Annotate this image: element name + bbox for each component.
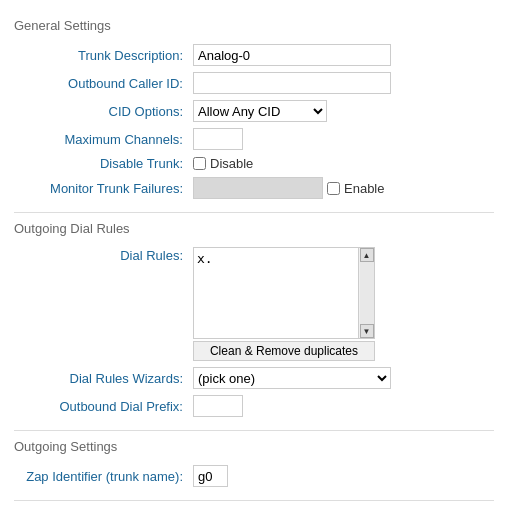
monitor-trunk-checkbox-label: Enable — [344, 181, 384, 196]
section-divider-2 — [14, 430, 494, 431]
disable-trunk-row: Disable Trunk: Disable — [14, 153, 494, 174]
outgoing-dial-rules-table: Dial Rules: x. ▲ ▼ Clean & Remove duplic… — [14, 244, 494, 420]
dial-textarea-container: x. ▲ ▼ — [193, 247, 375, 339]
section-divider-1 — [14, 212, 494, 213]
monitor-trunk-checkbox-row: Enable — [193, 177, 490, 199]
monitor-trunk-checkbox[interactable] — [327, 182, 340, 195]
maximum-channels-input[interactable] — [193, 128, 243, 150]
cid-options-select[interactable]: Allow Any CID Block Foreign CIDs Force T… — [193, 100, 327, 122]
clean-remove-duplicates-button[interactable]: Clean & Remove duplicates — [193, 341, 375, 361]
zap-identifier-input[interactable] — [193, 465, 228, 487]
scroll-track — [360, 262, 374, 324]
dial-rules-textarea[interactable]: x. — [194, 248, 358, 338]
scroll-down-arrow[interactable]: ▼ — [360, 324, 374, 338]
cid-options-label: CID Options: — [109, 104, 183, 119]
maximum-channels-label: Maximum Channels: — [65, 132, 184, 147]
monitor-trunk-input-field — [193, 177, 323, 199]
page-container: General Settings Trunk Description: Outb… — [14, 18, 494, 514]
disable-trunk-checkbox-row: Disable — [193, 156, 490, 171]
outgoing-settings-section: Outgoing Settings Zap Identifier (trunk … — [14, 439, 494, 490]
section-divider-3 — [14, 500, 494, 501]
monitor-trunk-label: Monitor Trunk Failures: — [50, 181, 183, 196]
dial-rules-label: Dial Rules: — [120, 248, 183, 263]
outbound-caller-id-label: Outbound Caller ID: — [68, 76, 183, 91]
zap-identifier-label: Zap Identifier (trunk name): — [26, 469, 183, 484]
maximum-channels-row: Maximum Channels: — [14, 125, 494, 153]
dial-rules-row: Dial Rules: x. ▲ ▼ Clean & Remove duplic… — [14, 244, 494, 364]
zap-identifier-row: Zap Identifier (trunk name): — [14, 462, 494, 490]
dial-rules-wizards-select[interactable]: (pick one) — [193, 367, 391, 389]
general-settings-title: General Settings — [14, 18, 494, 33]
outgoing-settings-table: Zap Identifier (trunk name): — [14, 462, 494, 490]
disable-trunk-checkbox-label: Disable — [210, 156, 253, 171]
outgoing-dial-rules-section: Outgoing Dial Rules Dial Rules: x. ▲ ▼ — [14, 221, 494, 420]
disable-trunk-label: Disable Trunk: — [100, 156, 183, 171]
outgoing-settings-title: Outgoing Settings — [14, 439, 494, 454]
trunk-description-row: Trunk Description: — [14, 41, 494, 69]
outbound-dial-prefix-row: Outbound Dial Prefix: — [14, 392, 494, 420]
scroll-up-arrow[interactable]: ▲ — [360, 248, 374, 262]
outbound-dial-prefix-input[interactable] — [193, 395, 243, 417]
cid-options-row: CID Options: Allow Any CID Block Foreign… — [14, 97, 494, 125]
dial-rules-wrapper: x. ▲ ▼ Clean & Remove duplicates — [193, 247, 375, 361]
outgoing-dial-rules-title: Outgoing Dial Rules — [14, 221, 494, 236]
general-settings-section: General Settings Trunk Description: Outb… — [14, 18, 494, 202]
trunk-description-input[interactable] — [193, 44, 391, 66]
trunk-description-label: Trunk Description: — [78, 48, 183, 63]
outbound-dial-prefix-label: Outbound Dial Prefix: — [59, 399, 183, 414]
outbound-caller-id-row: Outbound Caller ID: — [14, 69, 494, 97]
dial-rules-scrollbar: ▲ ▼ — [358, 248, 374, 338]
outbound-caller-id-input[interactable] — [193, 72, 391, 94]
general-settings-table: Trunk Description: Outbound Caller ID: C… — [14, 41, 494, 202]
dial-rules-wizards-label: Dial Rules Wizards: — [70, 371, 183, 386]
disable-trunk-checkbox[interactable] — [193, 157, 206, 170]
monitor-trunk-row: Monitor Trunk Failures: Enable — [14, 174, 494, 202]
dial-rules-wizards-row: Dial Rules Wizards: (pick one) — [14, 364, 494, 392]
